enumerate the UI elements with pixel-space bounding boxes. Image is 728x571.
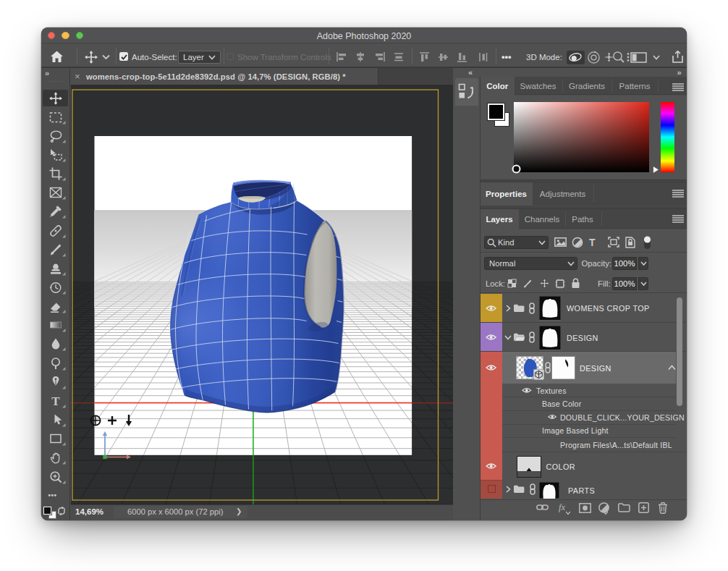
- svg-text:T: T: [51, 394, 60, 408]
